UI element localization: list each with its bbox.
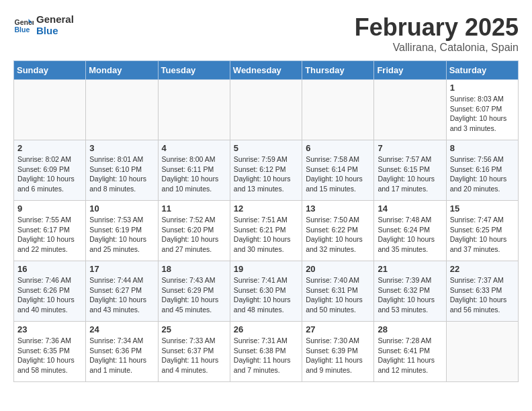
day-number: 3 [89, 143, 154, 153]
cell-text: Sunrise: 8:00 AM Sunset: 6:11 PM Dayligh… [162, 154, 226, 194]
cell-text: Sunrise: 7:57 AM Sunset: 6:15 PM Dayligh… [378, 154, 442, 194]
day-number: 25 [162, 324, 226, 334]
svg-text:Blue: Blue [15, 26, 30, 34]
cell-text: Sunrise: 7:36 AM Sunset: 6:35 PM Dayligh… [17, 336, 82, 375]
calendar-week-row: 9Sunrise: 7:55 AM Sunset: 6:17 PM Daylig… [14, 201, 519, 261]
cell-text: Sunrise: 7:28 AM Sunset: 6:41 PM Dayligh… [378, 336, 442, 375]
logo: General Blue General Blue [13, 13, 74, 36]
calendar-cell: 18Sunrise: 7:43 AM Sunset: 6:29 PM Dayli… [158, 261, 230, 322]
cell-text: Sunrise: 7:56 AM Sunset: 6:16 PM Dayligh… [450, 154, 515, 194]
calendar-cell [86, 80, 158, 140]
day-number: 22 [450, 264, 515, 274]
calendar-cell: 4Sunrise: 8:00 AM Sunset: 6:11 PM Daylig… [158, 140, 230, 201]
day-number: 26 [234, 324, 298, 334]
calendar-week-row: 2Sunrise: 8:02 AM Sunset: 6:09 PM Daylig… [14, 140, 519, 201]
calendar-cell: 17Sunrise: 7:44 AM Sunset: 6:27 PM Dayli… [86, 261, 158, 322]
calendar-cell [374, 80, 446, 140]
calendar-header-cell: Monday [86, 61, 158, 80]
calendar-cell [230, 80, 302, 140]
calendar-table: SundayMondayTuesdayWednesdayThursdayFrid… [13, 60, 519, 382]
cell-text: Sunrise: 7:46 AM Sunset: 6:26 PM Dayligh… [17, 275, 82, 315]
calendar-cell: 7Sunrise: 7:57 AM Sunset: 6:15 PM Daylig… [374, 140, 446, 201]
cell-text: Sunrise: 7:51 AM Sunset: 6:21 PM Dayligh… [234, 215, 298, 255]
location: Vallirana, Catalonia, Spain [355, 42, 519, 54]
day-number: 2 [17, 143, 82, 153]
day-number: 16 [17, 264, 82, 274]
day-number: 28 [378, 324, 442, 334]
calendar-cell: 13Sunrise: 7:50 AM Sunset: 6:22 PM Dayli… [302, 201, 374, 261]
calendar-cell [302, 80, 374, 140]
day-number: 18 [162, 264, 226, 274]
day-number: 27 [306, 324, 370, 334]
calendar-header-row: SundayMondayTuesdayWednesdayThursdayFrid… [14, 61, 519, 80]
day-number: 11 [162, 203, 226, 214]
calendar-cell: 6Sunrise: 7:58 AM Sunset: 6:14 PM Daylig… [302, 140, 374, 201]
cell-text: Sunrise: 7:59 AM Sunset: 6:12 PM Dayligh… [234, 154, 298, 194]
cell-text: Sunrise: 7:30 AM Sunset: 6:39 PM Dayligh… [306, 336, 370, 375]
day-number: 7 [378, 143, 442, 153]
calendar-cell: 3Sunrise: 8:01 AM Sunset: 6:10 PM Daylig… [86, 140, 158, 201]
cell-text: Sunrise: 7:31 AM Sunset: 6:38 PM Dayligh… [234, 336, 298, 375]
calendar-cell: 27Sunrise: 7:30 AM Sunset: 6:39 PM Dayli… [302, 322, 374, 382]
title-block: February 2025 Vallirana, Catalonia, Spai… [355, 13, 519, 54]
calendar-cell: 12Sunrise: 7:51 AM Sunset: 6:21 PM Dayli… [230, 201, 302, 261]
calendar-cell: 11Sunrise: 7:52 AM Sunset: 6:20 PM Dayli… [158, 201, 230, 261]
cell-text: Sunrise: 7:33 AM Sunset: 6:37 PM Dayligh… [162, 336, 226, 375]
calendar-week-row: 16Sunrise: 7:46 AM Sunset: 6:26 PM Dayli… [14, 261, 519, 322]
cell-text: Sunrise: 7:48 AM Sunset: 6:24 PM Dayligh… [378, 215, 442, 255]
calendar-cell: 28Sunrise: 7:28 AM Sunset: 6:41 PM Dayli… [374, 322, 446, 382]
day-number: 8 [450, 143, 515, 153]
day-number: 15 [450, 203, 515, 214]
calendar-cell: 1Sunrise: 8:03 AM Sunset: 6:07 PM Daylig… [446, 80, 518, 140]
day-number: 1 [450, 83, 515, 93]
calendar-header-cell: Thursday [302, 61, 374, 80]
calendar-cell: 5Sunrise: 7:59 AM Sunset: 6:12 PM Daylig… [230, 140, 302, 201]
day-number: 6 [306, 143, 370, 153]
calendar-cell [158, 80, 230, 140]
cell-text: Sunrise: 7:43 AM Sunset: 6:29 PM Dayligh… [162, 275, 226, 315]
cell-text: Sunrise: 7:58 AM Sunset: 6:14 PM Dayligh… [306, 154, 370, 194]
calendar-week-row: 23Sunrise: 7:36 AM Sunset: 6:35 PM Dayli… [14, 322, 519, 382]
calendar-week-row: 1Sunrise: 8:03 AM Sunset: 6:07 PM Daylig… [14, 80, 519, 140]
cell-text: Sunrise: 7:53 AM Sunset: 6:19 PM Dayligh… [89, 215, 154, 255]
day-number: 13 [306, 203, 370, 214]
cell-text: Sunrise: 7:40 AM Sunset: 6:31 PM Dayligh… [306, 275, 370, 315]
calendar-cell: 24Sunrise: 7:34 AM Sunset: 6:36 PM Dayli… [86, 322, 158, 382]
calendar-header-cell: Wednesday [230, 61, 302, 80]
calendar-cell: 20Sunrise: 7:40 AM Sunset: 6:31 PM Dayli… [302, 261, 374, 322]
calendar-cell: 2Sunrise: 8:02 AM Sunset: 6:09 PM Daylig… [14, 140, 86, 201]
month-title: February 2025 [355, 13, 519, 42]
day-number: 12 [234, 203, 298, 214]
cell-text: Sunrise: 7:44 AM Sunset: 6:27 PM Dayligh… [89, 275, 154, 315]
calendar-cell: 10Sunrise: 7:53 AM Sunset: 6:19 PM Dayli… [86, 201, 158, 261]
page-header: General Blue General Blue February 2025 … [13, 13, 519, 54]
calendar-cell: 8Sunrise: 7:56 AM Sunset: 6:16 PM Daylig… [446, 140, 518, 201]
day-number: 24 [89, 324, 154, 334]
day-number: 21 [378, 264, 442, 274]
calendar-cell [446, 322, 518, 382]
day-number: 5 [234, 143, 298, 153]
calendar-cell: 9Sunrise: 7:55 AM Sunset: 6:17 PM Daylig… [14, 201, 86, 261]
calendar-cell: 25Sunrise: 7:33 AM Sunset: 6:37 PM Dayli… [158, 322, 230, 382]
cell-text: Sunrise: 7:52 AM Sunset: 6:20 PM Dayligh… [162, 215, 226, 255]
calendar-cell: 21Sunrise: 7:39 AM Sunset: 6:32 PM Dayli… [374, 261, 446, 322]
day-number: 17 [89, 264, 154, 274]
calendar-header-cell: Sunday [14, 61, 86, 80]
calendar-header-cell: Tuesday [158, 61, 230, 80]
cell-text: Sunrise: 8:01 AM Sunset: 6:10 PM Dayligh… [89, 154, 154, 194]
calendar-header-cell: Saturday [446, 61, 518, 80]
day-number: 20 [306, 264, 370, 274]
day-number: 14 [378, 203, 442, 214]
calendar-cell [14, 80, 86, 140]
calendar-cell: 16Sunrise: 7:46 AM Sunset: 6:26 PM Dayli… [14, 261, 86, 322]
cell-text: Sunrise: 7:55 AM Sunset: 6:17 PM Dayligh… [17, 215, 82, 255]
cell-text: Sunrise: 7:50 AM Sunset: 6:22 PM Dayligh… [306, 215, 370, 255]
day-number: 10 [89, 203, 154, 214]
day-number: 23 [17, 324, 82, 334]
calendar-cell: 14Sunrise: 7:48 AM Sunset: 6:24 PM Dayli… [374, 201, 446, 261]
cell-text: Sunrise: 8:02 AM Sunset: 6:09 PM Dayligh… [17, 154, 82, 194]
logo-icon: General Blue [13, 15, 34, 35]
cell-text: Sunrise: 7:39 AM Sunset: 6:32 PM Dayligh… [378, 275, 442, 315]
calendar-cell: 15Sunrise: 7:47 AM Sunset: 6:25 PM Dayli… [446, 201, 518, 261]
day-number: 4 [162, 143, 226, 153]
